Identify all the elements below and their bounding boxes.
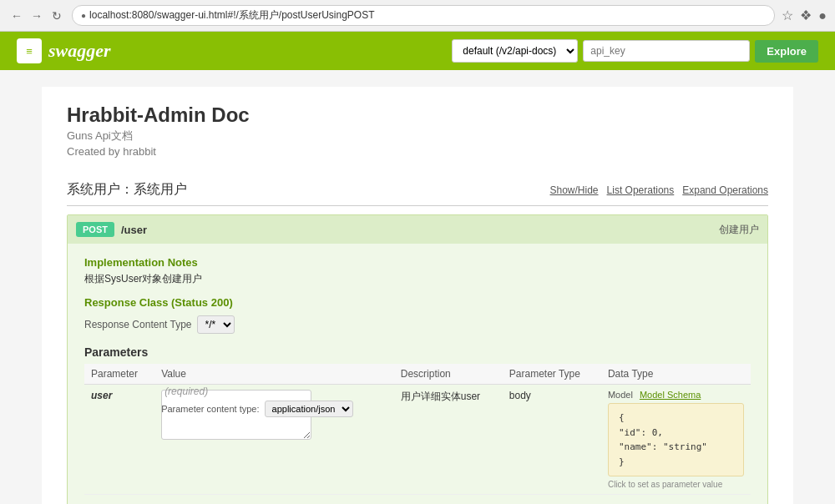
show-hide-link[interactable]: Show/Hide (550, 184, 599, 196)
lock-icon: ● (81, 11, 86, 20)
section-header: 系统用户：系统用户 Show/Hide List Operations Expa… (67, 174, 768, 206)
explore-button[interactable]: Explore (755, 40, 818, 63)
section-actions: Show/Hide List Operations Expand Operati… (550, 184, 768, 196)
user-icon[interactable]: ● (818, 8, 827, 23)
swagger-logo: ≡ swagger (17, 38, 111, 63)
param-col-data-type: Data Type (601, 364, 751, 385)
param-content-type-label: Parameter content type: (161, 404, 259, 414)
param-content-type-select[interactable]: application/json (265, 401, 353, 417)
back-button[interactable]: ← (8, 8, 25, 24)
swagger-header: ≡ swagger default (/v2/api-docs) Explore (0, 32, 835, 70)
browser-nav: ← → ↻ (8, 8, 65, 24)
model-schema-link[interactable]: Model Schema (640, 390, 701, 400)
post-endpoint-header[interactable]: POST /user 创建用户 (68, 215, 767, 244)
model-line2: "id": 0, (619, 426, 733, 441)
swagger-logo-icon: ≡ (17, 38, 42, 63)
swagger-controls: default (/v2/api-docs) Explore (452, 39, 818, 63)
post-endpoint-block: POST /user 创建用户 Implementation Notes 根据S… (67, 214, 768, 504)
forward-button[interactable]: → (28, 8, 45, 24)
post-endpoint-desc: 创建用户 (719, 223, 759, 237)
post-method-badge: POST (76, 222, 114, 237)
doc-subtitle: Guns Api文档 (67, 129, 768, 144)
model-line3: "name": "string" (619, 440, 733, 455)
param-desc: 用户详细实体user (394, 385, 503, 495)
api-key-input[interactable] (583, 40, 750, 62)
post-endpoint-header-left: POST /user (76, 222, 147, 237)
list-operations-link[interactable]: List Operations (607, 184, 675, 196)
doc-author: Created by hrabbit (67, 145, 768, 158)
param-col-value: Value (154, 364, 394, 385)
model-click-hint[interactable]: Click to set as parameter value (608, 480, 744, 489)
post-endpoint-path: /user (121, 224, 147, 236)
impl-notes-title: Implementation Notes (84, 256, 751, 269)
browser-chrome: ← → ↻ ● localhost:8080/swagger-ui.html#!… (0, 0, 835, 32)
doc-title: Hrabbit-Admin Doc (67, 103, 768, 127)
params-title: Parameters (84, 345, 751, 359)
star-icon[interactable]: ☆ (782, 8, 793, 23)
param-name: user (91, 390, 112, 401)
refresh-button[interactable]: ↻ (48, 8, 65, 24)
expand-operations-link[interactable]: Expand Operations (682, 184, 768, 196)
swagger-logo-text: swagger (48, 40, 111, 62)
model-schema-box[interactable]: { "id": 0, "name": "string" } (608, 403, 744, 476)
address-text: localhost:8080/swagger-ui.html#!/系统用户/po… (89, 8, 766, 23)
model-line1: { (619, 411, 733, 426)
table-row: user (required) Parameter content type: … (84, 385, 751, 495)
param-col-parameter: Parameter (84, 364, 154, 385)
section-title: 系统用户：系统用户 (67, 181, 187, 199)
api-select[interactable]: default (/v2/api-docs) (452, 39, 578, 63)
param-type: body (503, 385, 601, 495)
address-bar[interactable]: ● localhost:8080/swagger-ui.html#!/系统用户/… (72, 5, 775, 26)
main-content: Hrabbit-Admin Doc Guns Api文档 Created by … (42, 87, 793, 504)
post-endpoint-body: Implementation Notes 根据SysUser对象创建用户 Res… (68, 244, 767, 504)
response-content-type: Response Content Type */* (84, 315, 751, 334)
response-content-type-select[interactable]: */* (197, 315, 235, 334)
response-class-title: Response Class (Status 200) (84, 296, 751, 309)
model-schema-container: Model Model Schema (608, 390, 744, 400)
response-content-type-label: Response Content Type (84, 319, 192, 330)
param-col-desc: Description (394, 364, 503, 385)
impl-notes-text: 根据SysUser对象创建用户 (84, 272, 751, 286)
model-label: Model (608, 390, 633, 400)
param-col-param-type: Parameter Type (503, 364, 601, 385)
model-line4: } (619, 455, 733, 470)
params-table: Parameter Value Description Parameter Ty… (84, 364, 751, 495)
browser-actions: ☆ ❖ ● (782, 8, 827, 23)
extension-icon[interactable]: ❖ (800, 8, 812, 23)
